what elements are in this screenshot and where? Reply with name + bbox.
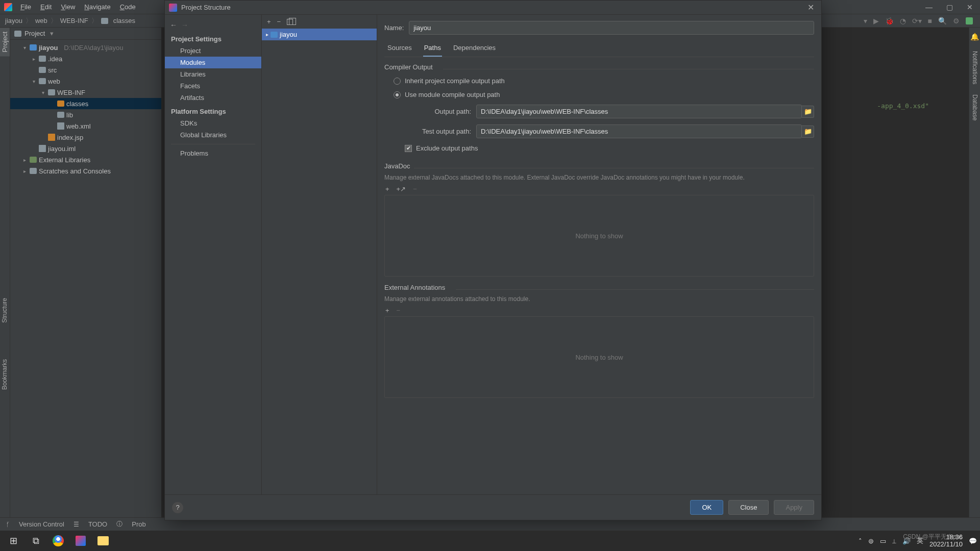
tree-scratches[interactable]: Scratches and Consoles — [10, 165, 161, 177]
tab-dependencies[interactable]: Dependencies — [452, 41, 497, 57]
tray-security-icon[interactable]: ⊚ — [868, 537, 874, 545]
ok-button[interactable]: OK — [690, 500, 723, 515]
taskbar-chrome[interactable] — [48, 531, 68, 551]
crumb[interactable]: web — [35, 17, 47, 24]
annotations-add-icon[interactable]: + — [385, 307, 389, 314]
run-config-dropdown-icon[interactable]: ▾ — [864, 17, 867, 25]
menu-navigate[interactable]: Navigate — [80, 2, 114, 12]
profiler-icon[interactable]: ⟳▾ — [912, 17, 922, 25]
toolbar-right: ▾ ▶ 🐞 ◔ ⟳▾ ■ 🔍 ⚙ — [856, 14, 980, 28]
vcs-icon[interactable]: ᚶ — [6, 521, 10, 528]
tree-file-indexjsp[interactable]: index.jsp — [10, 132, 161, 143]
window-maximize-icon[interactable]: ▢ — [939, 0, 960, 14]
tree-external-libs[interactable]: External Libraries — [10, 154, 161, 165]
nav-back-icon[interactable]: ← — [170, 21, 177, 29]
javadoc-add-url-icon[interactable]: +↗ — [397, 185, 406, 193]
nav-item-sdks[interactable]: SDKs — [165, 117, 261, 129]
module-row-jiayou[interactable]: ▸ jiayou — [262, 29, 377, 40]
search-icon[interactable]: 🔍 — [938, 17, 947, 25]
name-label: Name: — [384, 24, 404, 32]
tree-root[interactable]: jiayou D:\IDEA\day1\jiayou — [10, 42, 161, 53]
tree-file-iml[interactable]: jiayou.iml — [10, 143, 161, 154]
tree-folder-idea[interactable]: .idea — [10, 53, 161, 64]
start-button[interactable]: ⊞ — [3, 531, 23, 551]
add-module-icon[interactable] — [267, 18, 271, 26]
tab-paths[interactable]: Paths — [423, 41, 442, 57]
notifications-icon[interactable]: 🔔 — [970, 33, 979, 41]
browse-folder-icon[interactable]: 📁 — [802, 106, 814, 118]
tray-wifi-icon[interactable]: ⟂ — [892, 537, 896, 545]
javadoc-add-icon[interactable]: + — [385, 185, 389, 193]
task-view-icon[interactable]: ⧉ — [26, 531, 46, 551]
chevron-right-icon: ▸ — [266, 32, 268, 37]
todo-icon[interactable]: ☰ — [74, 521, 79, 528]
tree-file-webxml[interactable]: web.xml — [10, 120, 161, 132]
output-path-label: Output path: — [405, 108, 471, 115]
browse-folder-icon[interactable]: 📁 — [802, 126, 814, 138]
tool-problems[interactable]: Prob — [132, 520, 145, 528]
menu-view[interactable]: View — [57, 2, 79, 12]
tray-notifications-icon[interactable]: 💬 — [969, 537, 977, 545]
nav-item-project[interactable]: Project — [165, 45, 261, 57]
left-tab-structure[interactable]: Structure — [0, 296, 10, 325]
nav-item-global-libs[interactable]: Global Libraries — [165, 129, 261, 141]
watermark: CSDN @平平无奇poc — [903, 533, 963, 541]
remove-module-icon[interactable] — [277, 18, 281, 26]
tree-folder-classes[interactable]: classes — [10, 98, 161, 109]
right-tab-database[interactable]: Database — [971, 94, 978, 120]
left-tab-project[interactable]: Project — [0, 28, 10, 56]
right-gutter: 🔔 Notifications Database — [969, 28, 980, 531]
left-tab-bookmarks[interactable]: Bookmarks — [0, 357, 10, 392]
tree-folder-lib[interactable]: lib — [10, 109, 161, 120]
output-path-input[interactable] — [476, 105, 802, 118]
taskbar-explorer[interactable] — [93, 531, 113, 551]
tray-chevron-icon[interactable]: ˄ — [859, 537, 862, 545]
debug-icon[interactable]: 🐞 — [885, 17, 894, 25]
copy-module-icon[interactable] — [287, 19, 293, 25]
intellij-logo-icon — [4, 3, 12, 11]
menu-code[interactable]: Code — [116, 2, 140, 12]
right-tab-notifications[interactable]: Notifications — [971, 51, 978, 84]
test-output-input[interactable] — [476, 124, 802, 138]
tree-folder-src[interactable]: src — [10, 64, 161, 76]
crumb[interactable]: jiayou — [5, 17, 22, 24]
crumb[interactable]: WEB-INF — [60, 17, 88, 24]
menu-file[interactable]: File — [16, 2, 35, 12]
exclude-checkbox[interactable]: ✔ — [405, 145, 412, 152]
chevron-down-icon[interactable]: ▾ — [50, 30, 54, 37]
dialog-nav: ← → Project Settings Project Modules Lib… — [165, 15, 262, 494]
tray-date[interactable]: 2022/11/10 — [929, 541, 963, 548]
window-close-icon[interactable]: ✕ — [960, 0, 980, 14]
dialog-close-icon[interactable]: ✕ — [804, 3, 817, 12]
project-structure-dialog: Project Structure ✕ ← → Project Settings… — [164, 0, 822, 520]
tab-sources[interactable]: Sources — [386, 41, 413, 57]
nav-item-libraries[interactable]: Libraries — [165, 68, 261, 80]
stop-icon[interactable]: ■ — [928, 17, 932, 25]
module-name-input[interactable] — [409, 21, 814, 35]
close-button[interactable]: Close — [728, 500, 769, 515]
help-icon[interactable]: ? — [172, 502, 183, 513]
tree-folder-webinf[interactable]: WEB-INF — [10, 87, 161, 98]
window-minimize-icon[interactable]: — — [919, 0, 939, 14]
apply-button[interactable]: Apply — [774, 500, 814, 515]
nav-item-artifacts[interactable]: Artifacts — [165, 92, 261, 104]
tray-battery-icon[interactable]: ▭ — [880, 537, 886, 545]
code-with-me-icon[interactable] — [966, 17, 973, 24]
nav-item-problems[interactable]: Problems — [165, 147, 261, 159]
coverage-icon[interactable]: ◔ — [900, 17, 906, 25]
project-icon — [14, 31, 21, 37]
tool-vcs[interactable]: Version Control — [19, 520, 64, 528]
settings-icon[interactable]: ⚙ — [953, 17, 960, 25]
menu-edit[interactable]: Edit — [36, 2, 56, 12]
tree-folder-web[interactable]: web — [10, 76, 161, 87]
nav-item-facets[interactable]: Facets — [165, 80, 261, 92]
radio-inherit[interactable] — [394, 78, 401, 85]
problems-icon[interactable]: ⓘ — [116, 520, 122, 529]
crumb-leaf[interactable]: classes — [113, 17, 135, 24]
nav-item-modules[interactable]: Modules — [165, 57, 261, 68]
taskbar-intellij[interactable] — [70, 531, 91, 551]
run-icon[interactable]: ▶ — [873, 17, 879, 25]
tool-todo[interactable]: TODO — [88, 520, 107, 528]
javadoc-list: Nothing to show — [384, 195, 814, 277]
radio-use-module[interactable] — [394, 91, 401, 98]
